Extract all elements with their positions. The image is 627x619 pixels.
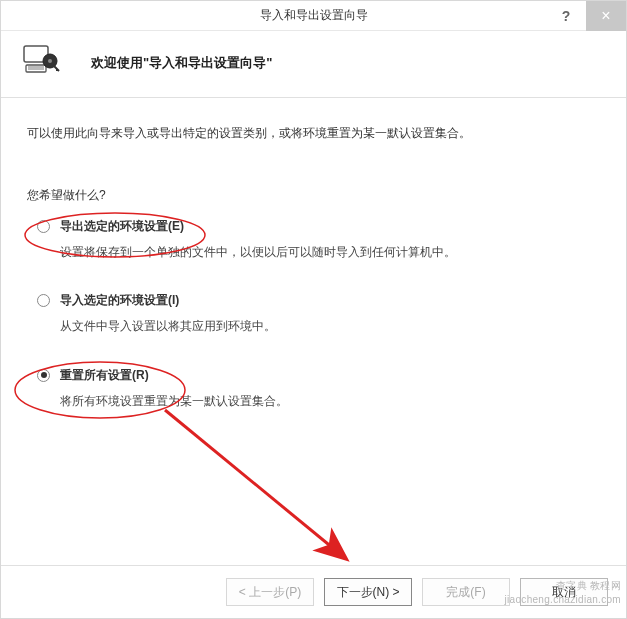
option-reset-label: 重置所有设置(R) <box>60 367 149 384</box>
option-import-desc: 从文件中导入设置以将其应用到环境中。 <box>60 317 600 336</box>
option-export-label: 导出选定的环境设置(E) <box>60 218 184 235</box>
wizard-header: 欢迎使用"导入和导出设置向导" <box>1 31 626 98</box>
option-reset-desc: 将所有环境设置重置为某一默认设置集合。 <box>60 392 600 411</box>
finish-button: 完成(F) <box>422 578 510 606</box>
option-import-label: 导入选定的环境设置(I) <box>60 292 179 309</box>
radio-export[interactable] <box>37 220 50 233</box>
description-text: 可以使用此向导来导入或导出特定的设置类别，或将环境重置为某一默认设置集合。 <box>27 124 600 143</box>
titlebar: 导入和导出设置向导 ? × <box>1 1 626 31</box>
watermark-line1: 查字典 教程网 <box>556 579 621 593</box>
prev-button: < 上一步(P) <box>226 578 314 606</box>
option-export[interactable]: 导出选定的环境设置(E) 设置将保存到一个单独的文件中，以便以后可以随时导入到任… <box>37 218 600 262</box>
options-group: 导出选定的环境设置(E) 设置将保存到一个单独的文件中，以便以后可以随时导入到任… <box>37 218 600 411</box>
help-button[interactable]: ? <box>546 1 586 31</box>
watermark-line2: jiaocheng.chazidian.com <box>505 594 621 605</box>
wizard-window: 导入和导出设置向导 ? × 欢迎使用"导入和导出设置向导" 可以使用此向导来导入… <box>0 0 627 619</box>
next-button[interactable]: 下一步(N) > <box>324 578 412 606</box>
radio-import[interactable] <box>37 294 50 307</box>
import-export-icon <box>23 45 61 81</box>
wizard-content: 可以使用此向导来导入或导出特定的设置类别，或将环境重置为某一默认设置集合。 您希… <box>1 98 626 565</box>
window-title: 导入和导出设置向导 <box>1 7 626 24</box>
wizard-heading: 欢迎使用"导入和导出设置向导" <box>91 54 272 72</box>
option-export-desc: 设置将保存到一个单独的文件中，以便以后可以随时导入到任何计算机中。 <box>60 243 600 262</box>
svg-rect-1 <box>26 65 46 72</box>
titlebar-controls: ? × <box>546 1 626 31</box>
radio-reset[interactable] <box>37 369 50 382</box>
option-import[interactable]: 导入选定的环境设置(I) 从文件中导入设置以将其应用到环境中。 <box>37 292 600 336</box>
close-button[interactable]: × <box>586 1 626 31</box>
svg-point-5 <box>48 59 52 63</box>
wizard-footer: < 上一步(P) 下一步(N) > 完成(F) 取消 <box>1 565 626 618</box>
prompt-text: 您希望做什么? <box>27 187 600 204</box>
option-reset[interactable]: 重置所有设置(R) 将所有环境设置重置为某一默认设置集合。 <box>37 367 600 411</box>
